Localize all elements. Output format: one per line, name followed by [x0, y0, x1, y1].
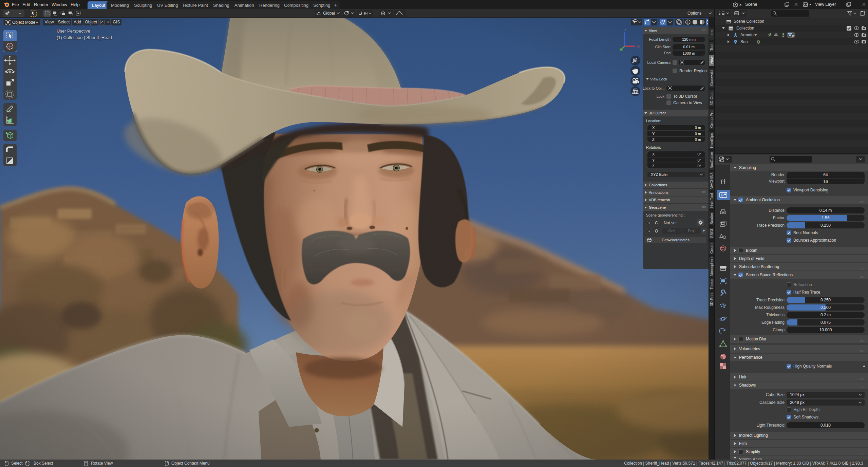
svg-text:z: z	[624, 27, 626, 32]
svg-text:x: x	[637, 43, 640, 49]
svg-text:15: 15	[792, 35, 794, 37]
